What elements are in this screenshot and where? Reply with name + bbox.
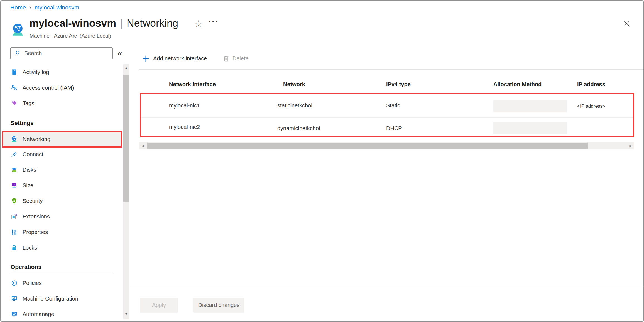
- extensions-icon: [11, 213, 18, 220]
- column-header-network-interface: Network interface: [169, 81, 216, 88]
- sidebar-item-policies[interactable]: Policies: [1, 275, 123, 291]
- collapse-sidebar-icon[interactable]: «: [117, 48, 122, 58]
- resource-name: mylocal-winosvm: [30, 18, 116, 29]
- machine-configuration-icon: [11, 295, 18, 302]
- sidebar-item-connect[interactable]: Connect: [1, 146, 123, 162]
- sidebar-item-tags[interactable]: Tags: [1, 95, 123, 111]
- trash-icon: [223, 55, 230, 62]
- connect-icon: [11, 151, 18, 158]
- policies-icon: [11, 280, 18, 286]
- properties-icon: [11, 229, 18, 235]
- sidebar-item-activity-log[interactable]: Activity log: [1, 64, 123, 80]
- resource-subtitle: Machine - Azure Arc (Azure Local): [30, 33, 111, 39]
- azure-portal-window: Home › mylocal-winosvm mylocal-winosvm |…: [0, 0, 644, 322]
- apply-button[interactable]: Apply: [140, 298, 178, 313]
- sidebar-item-networking[interactable]: Networking: [2, 131, 122, 148]
- breadcrumb-resource-link[interactable]: mylocal-winosvm: [35, 4, 79, 11]
- close-icon[interactable]: [622, 19, 631, 28]
- blade-name: Networking: [127, 18, 178, 29]
- disks-icon: [11, 166, 18, 173]
- title-divider: |: [120, 18, 123, 29]
- toolbar-divider: [139, 69, 644, 70]
- delete-button[interactable]: Delete: [223, 52, 249, 65]
- footer-divider: [130, 287, 644, 287]
- size-icon: [11, 182, 18, 189]
- column-header-network: Network: [283, 81, 305, 88]
- activity-log-icon: [11, 69, 18, 75]
- more-options-icon[interactable]: ···: [208, 17, 219, 26]
- sidebar-item-extensions[interactable]: Extensions: [1, 209, 123, 224]
- sidebar-item-properties[interactable]: Properties: [1, 224, 123, 240]
- locks-icon: [11, 244, 18, 251]
- tags-icon: [11, 100, 18, 107]
- resource-note-label: (Azure Local): [80, 33, 111, 39]
- operations-divider: [10, 272, 113, 272]
- discard-changes-button[interactable]: Discard changes: [193, 298, 244, 313]
- sidebar-group-settings: Settings: [1, 119, 123, 127]
- sidebar-item-automanage[interactable]: Automanage: [1, 306, 123, 322]
- scroll-down-icon[interactable]: ▼: [123, 311, 129, 317]
- add-network-interface-button[interactable]: Add network interface: [142, 52, 207, 65]
- sidebar-item-machine-configuration[interactable]: Machine Configuration: [1, 291, 123, 306]
- sidebar-item-size[interactable]: Size: [1, 178, 123, 193]
- favorite-star-icon[interactable]: ☆: [194, 18, 203, 29]
- security-icon: [11, 198, 18, 204]
- access-control-icon: [11, 84, 18, 91]
- resource-type-label: Machine - Azure Arc: [30, 33, 77, 39]
- search-icon: [14, 50, 21, 56]
- table-hscrollbar-thumb[interactable]: [147, 143, 588, 149]
- plus-icon: [142, 55, 150, 62]
- search-input[interactable]: [24, 50, 106, 57]
- column-header-ipv4-type: IPv4 type: [386, 81, 411, 88]
- sidebar-item-security[interactable]: Security: [1, 193, 123, 209]
- column-header-ip-address: IP address: [577, 81, 605, 88]
- annotation-box-table: [140, 93, 634, 137]
- column-header-allocation-method: Allocation Method: [493, 81, 542, 88]
- sidebar-item-access-control[interactable]: Access control (IAM): [1, 80, 123, 95]
- scroll-right-icon[interactable]: ▶: [628, 142, 634, 149]
- networking-icon: [11, 136, 18, 142]
- machine-azure-arc-icon: [11, 23, 25, 37]
- sidebar-item-locks[interactable]: Locks: [1, 240, 123, 255]
- chevron-right-icon: ›: [29, 4, 31, 11]
- breadcrumb-home-link[interactable]: Home: [10, 4, 26, 11]
- sidebar-scrollbar-thumb[interactable]: [123, 75, 129, 202]
- scroll-left-icon[interactable]: ◀: [140, 142, 146, 149]
- sidebar-item-disks[interactable]: Disks: [1, 162, 123, 178]
- scroll-up-icon[interactable]: ▲: [123, 65, 129, 71]
- breadcrumb: Home › mylocal-winosvm: [10, 4, 79, 11]
- sidebar-search-box: [10, 47, 113, 59]
- page-title: mylocal-winosvm | Networking: [30, 16, 178, 31]
- sidebar-group-operations: Operations: [1, 262, 123, 271]
- automanage-icon: [11, 311, 18, 318]
